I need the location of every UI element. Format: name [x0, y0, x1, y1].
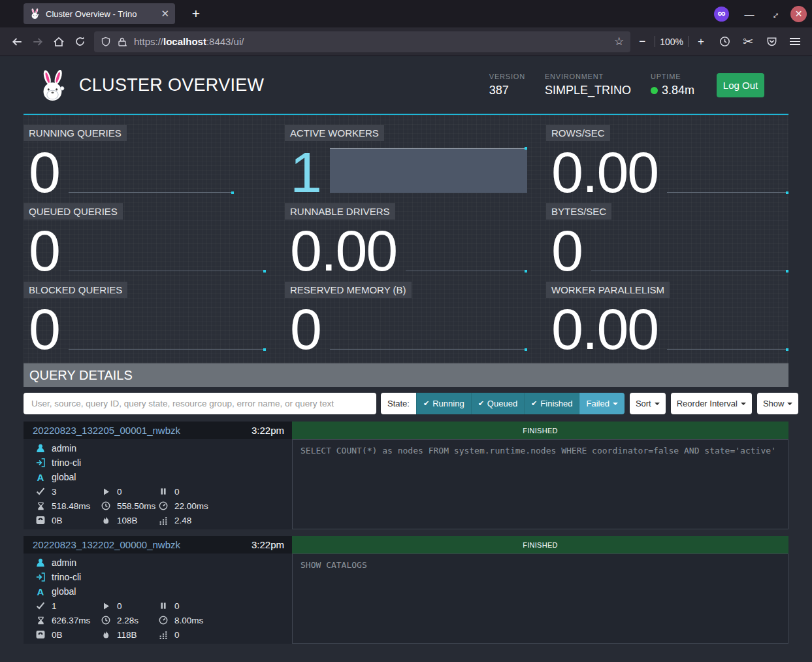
- zoom-in-button[interactable]: +: [693, 35, 709, 48]
- stat-sparkline: [591, 271, 788, 271]
- cumulative-memory-icon: [101, 516, 111, 525]
- queued-splits-icon: [158, 488, 169, 495]
- zoom-out-button[interactable]: −: [634, 35, 650, 48]
- stat-sparkline: [667, 349, 788, 350]
- stat-value: 0.00: [290, 229, 397, 272]
- query-status-bar: FINISHED: [292, 422, 788, 439]
- stat-value: 0.00: [551, 308, 658, 350]
- completed-splits-icon: [35, 601, 46, 610]
- source-icon: [35, 572, 46, 582]
- window-minimize-button[interactable]: —: [741, 8, 758, 20]
- sparkline-endpoint-dot: [786, 191, 788, 194]
- sort-dropdown[interactable]: Sort: [630, 393, 666, 414]
- stat-label: BLOCKED QUERIES: [24, 282, 127, 298]
- query-user: admin: [52, 443, 76, 454]
- stat-sparkline: [69, 349, 266, 350]
- query-resource-group: global: [52, 586, 76, 597]
- reorder-interval-dropdown[interactable]: Reorder Interval: [671, 393, 752, 414]
- sparkline-endpoint-dot: [263, 270, 266, 273]
- shield-icon[interactable]: [101, 37, 111, 47]
- stat-value: 0.00: [551, 151, 658, 193]
- stat-tile-blocked-queries: BLOCKED QUERIES0: [24, 278, 266, 357]
- stat-label: ACTIVE WORKERS: [285, 125, 384, 141]
- show-dropdown[interactable]: Show: [757, 393, 799, 414]
- logout-button[interactable]: Log Out: [717, 73, 764, 97]
- window-close-button[interactable]: ✕: [790, 6, 807, 22]
- browser-tab[interactable]: Cluster Overview - Trino ✕: [24, 3, 175, 24]
- stat-tile-reserved-memory-b-: RESERVED MEMORY (B)0: [285, 278, 527, 357]
- query-resource-group: global: [52, 472, 76, 482]
- stat-label: RUNNING QUERIES: [24, 125, 127, 141]
- cumulative-memory-icon: [101, 631, 111, 639]
- resource-group-icon: A: [35, 586, 46, 597]
- query-list: 20220823_132205_00001_nwbzk3:22pmFINISHE…: [24, 422, 788, 644]
- wall-time-icon: [35, 616, 46, 625]
- trino-cluster-overview-page: CLUSTER OVERVIEW VERSION 387 ENVIRONMENT…: [0, 56, 812, 662]
- stat-tile-running-queries: RUNNING QUERIES0: [24, 122, 266, 200]
- zoom-level[interactable]: 100%: [660, 37, 683, 47]
- trino-logo: [38, 70, 68, 103]
- private-browsing-icon: ∞: [714, 7, 729, 22]
- queued-splits-icon: [158, 602, 169, 610]
- reload-button[interactable]: [69, 31, 90, 52]
- browser-navbar: https://localhost:8443/ui/ ☆ − 100% + ✂: [0, 27, 812, 56]
- cpu-time-icon: [101, 616, 111, 625]
- stat-tile-rows-sec: ROWS/SEC0.00: [546, 122, 788, 200]
- pocket-icon[interactable]: [761, 31, 782, 52]
- parallelism-icon: [158, 516, 169, 525]
- current-memory-icon: [35, 516, 46, 525]
- state-filter-failed[interactable]: Failed: [579, 393, 624, 414]
- completed-splits-icon: [35, 487, 46, 496]
- sparkline-endpoint-dot: [525, 348, 527, 351]
- query-status-bar: FINISHED: [292, 536, 788, 554]
- check-icon: ✔: [531, 399, 537, 408]
- stat-sparkline: [330, 148, 527, 193]
- query-id-link[interactable]: 20220823_132202_00000_nwbzk: [33, 539, 180, 550]
- back-button[interactable]: [7, 31, 27, 52]
- cpu-time-icon: [101, 501, 111, 510]
- state-label: State:: [381, 393, 416, 414]
- history-clock-icon[interactable]: [714, 31, 735, 52]
- tab-close-icon[interactable]: ✕: [161, 8, 169, 20]
- stat-label: RUNNABLE DRIVERS: [285, 203, 395, 220]
- screenshot-scissors-icon[interactable]: ✂: [738, 31, 758, 52]
- sparkline-endpoint-dot: [786, 270, 788, 273]
- query-search-input[interactable]: [24, 393, 376, 414]
- stat-value: 0: [29, 308, 59, 350]
- tab-title: Cluster Overview - Trino: [46, 9, 157, 19]
- home-button[interactable]: [48, 31, 69, 52]
- query-details-header: QUERY DETAILS: [24, 363, 788, 387]
- caret-down-icon: [741, 403, 746, 405]
- user-icon: [35, 558, 46, 567]
- query-time: 3:22pm: [252, 425, 284, 436]
- stat-sparkline: [69, 192, 234, 193]
- menu-hamburger-icon[interactable]: [785, 31, 805, 52]
- query-id-link[interactable]: 20220823_132205_00001_nwbzk: [33, 425, 180, 436]
- window-restore-button[interactable]: ↔: [766, 8, 783, 20]
- stat-tile-active-workers: ACTIVE WORKERS1: [285, 122, 527, 200]
- execution-time-icon: [158, 501, 169, 510]
- browser-titlebar: Cluster Overview - Trino ✕ + ∞ — ↔ ✕: [0, 0, 812, 27]
- query-user: admin: [52, 557, 76, 568]
- new-tab-button[interactable]: +: [187, 5, 205, 23]
- state-filter-running[interactable]: ✔Running: [416, 393, 471, 414]
- execution-time-icon: [158, 616, 169, 625]
- sparkline-endpoint-dot: [231, 191, 234, 194]
- state-filter-queued[interactable]: ✔Queued: [471, 393, 524, 414]
- source-icon: [35, 458, 46, 467]
- uptime-status-dot: [651, 87, 658, 94]
- url-text[interactable]: https://localhost:8443/ui/: [134, 36, 614, 47]
- sparkline-endpoint-dot: [525, 147, 527, 150]
- bookmark-star-icon[interactable]: ☆: [614, 35, 624, 48]
- url-bar[interactable]: https://localhost:8443/ui/ ☆: [94, 31, 630, 52]
- query-summary-panel: admintrino-cliAglobal300518.48ms558.50ms…: [24, 439, 292, 529]
- state-filter-group: State: ✔Running✔Queued✔FinishedFailed: [381, 393, 625, 414]
- stat-tile-queued-queries: QUEUED QUERIES0: [24, 200, 266, 278]
- current-memory-icon: [35, 630, 46, 639]
- stat-label: RESERVED MEMORY (B): [285, 282, 412, 298]
- lock-warning-icon[interactable]: [117, 37, 127, 47]
- uptime-meta: UPTIME 3.84m: [651, 73, 694, 97]
- state-filter-finished[interactable]: ✔Finished: [524, 393, 579, 414]
- forward-button[interactable]: [27, 31, 48, 52]
- stat-value: 0: [29, 151, 59, 193]
